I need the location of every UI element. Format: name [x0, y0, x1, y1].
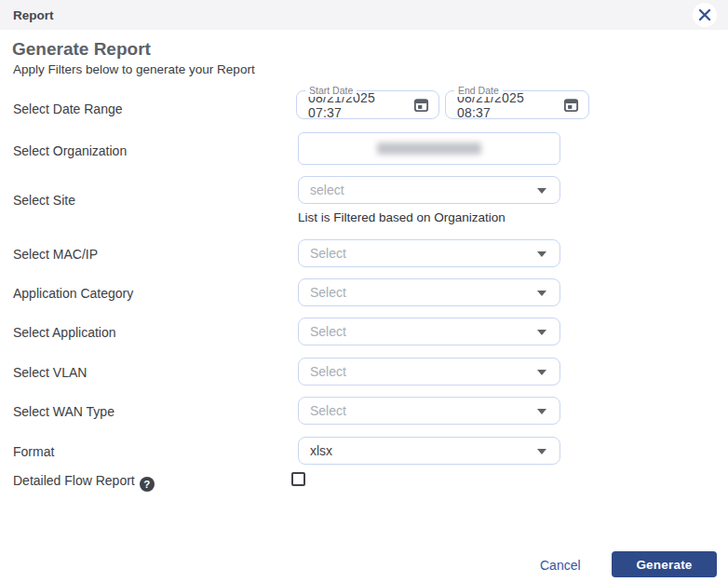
app-category-select[interactable]: Select	[298, 278, 560, 306]
end-date-field[interactable]: End Date 08/21/2025 08:37	[445, 90, 589, 119]
application-placeholder: Select	[310, 324, 346, 339]
organization-redacted-value	[377, 142, 481, 155]
site-placeholder: select	[310, 183, 344, 197]
start-date-label: Start Date	[305, 84, 357, 97]
cancel-button[interactable]: Cancel	[540, 558, 581, 573]
page-title: Generate Report	[12, 39, 151, 60]
detailed-flow-report-checkbox[interactable]	[291, 472, 305, 486]
label-format: Format	[13, 444, 54, 459]
app-category-placeholder: Select	[310, 285, 346, 300]
label-site: Select Site	[13, 193, 75, 208]
end-date-label: End Date	[454, 84, 503, 97]
format-value: xlsx	[310, 443, 332, 458]
label-application: Select Application	[13, 325, 116, 340]
format-select[interactable]: xlsx	[298, 437, 560, 465]
question-mark-icon[interactable]: ?	[140, 477, 155, 492]
chevron-down-icon	[537, 251, 546, 257]
mac-ip-select[interactable]: Select	[298, 239, 560, 267]
detailed-flow-report-text: Detailed Flow Report	[13, 473, 135, 488]
wan-type-select[interactable]: Select	[298, 397, 560, 425]
calendar-icon[interactable]	[413, 97, 429, 113]
generate-report-dialog: Report Generate Report Apply Filters bel…	[0, 0, 728, 582]
generate-button[interactable]: Generate	[612, 551, 717, 577]
start-date-field[interactable]: Start Date 08/21/2025 07:37	[296, 90, 439, 119]
label-detailed-flow-report: Detailed Flow Report?	[13, 473, 155, 492]
chevron-down-icon	[537, 449, 546, 454]
label-app-category: Application Category	[13, 286, 133, 301]
chevron-down-icon	[537, 188, 546, 194]
label-wan-type: Select WAN Type	[13, 404, 115, 419]
label-vlan: Select VLAN	[13, 365, 87, 380]
close-icon	[698, 8, 711, 21]
site-select[interactable]: select	[298, 176, 560, 204]
label-date-range: Select Date Range	[13, 102, 123, 116]
vlan-select[interactable]: Select	[298, 358, 560, 386]
page-subtitle: Apply Filters below to generate your Rep…	[13, 62, 255, 76]
chevron-down-icon	[537, 291, 546, 296]
dialog-title: Report	[13, 8, 54, 22]
chevron-down-icon	[537, 330, 546, 335]
chevron-down-icon	[537, 370, 546, 375]
label-mac-ip: Select MAC/IP	[13, 247, 98, 262]
wan-type-placeholder: Select	[310, 403, 346, 418]
organization-field[interactable]	[298, 132, 560, 165]
site-filter-note: List is Filtered based on Organization	[298, 210, 506, 224]
calendar-icon[interactable]	[563, 97, 579, 113]
vlan-placeholder: Select	[310, 364, 346, 379]
label-organization: Select Organization	[13, 143, 127, 158]
close-button[interactable]	[693, 3, 717, 27]
dialog-titlebar: Report	[0, 0, 728, 30]
mac-ip-placeholder: Select	[310, 246, 346, 261]
chevron-down-icon	[537, 409, 546, 414]
application-select[interactable]: Select	[298, 318, 560, 345]
